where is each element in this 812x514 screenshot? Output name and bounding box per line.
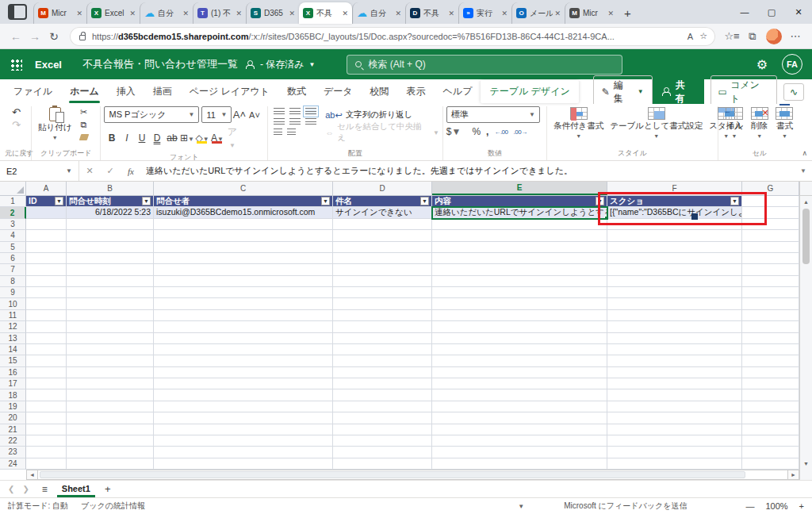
cell-B21[interactable] — [67, 424, 154, 435]
align-left-icon[interactable] — [274, 118, 285, 125]
cell-G15[interactable] — [742, 355, 799, 366]
column-header-F[interactable]: F — [607, 182, 742, 195]
cell-C4[interactable] — [154, 230, 333, 241]
cell-C21[interactable] — [154, 424, 333, 435]
cell-B5[interactable] — [67, 242, 154, 253]
cell-C18[interactable] — [154, 389, 333, 401]
column-header-B[interactable]: B — [67, 182, 154, 195]
cell-B15[interactable] — [67, 355, 154, 366]
align-top-icon[interactable] — [274, 108, 285, 115]
cell-F14[interactable] — [607, 344, 742, 355]
cell-E7[interactable] — [432, 264, 607, 275]
cell-C3[interactable] — [154, 219, 333, 230]
cell-B22[interactable] — [67, 435, 154, 447]
cell-G14[interactable] — [742, 344, 799, 355]
cell-E6[interactable] — [432, 253, 607, 264]
browser-menu-icon[interactable]: ⋯ — [785, 30, 806, 42]
column-header-A[interactable]: A — [26, 182, 67, 195]
filter-chevron-icon-F[interactable]: ▼ — [730, 197, 739, 205]
cell-E10[interactable] — [432, 298, 607, 309]
tab-close-icon[interactable]: ✕ — [448, 10, 454, 17]
browser-tab[interactable]: MMicr✕ — [33, 2, 86, 24]
cell-F2[interactable]: [{"name":"D365BCにサインインしようとするとエラ — [607, 207, 742, 218]
collections-icon[interactable]: ⧉ — [742, 30, 763, 43]
insert-function-icon[interactable]: fx — [121, 167, 141, 176]
cancel-icon[interactable]: ✕ — [79, 166, 100, 176]
filter-chevron-icon-A[interactable]: ▼ — [55, 197, 63, 205]
row-header-22[interactable]: 22 — [0, 435, 26, 447]
row-header-19[interactable]: 19 — [0, 401, 26, 412]
cell-D23[interactable] — [333, 447, 432, 458]
cell-A11[interactable] — [26, 310, 67, 321]
cell-F10[interactable] — [607, 298, 742, 309]
save-status-chevron-icon[interactable]: ▼ — [309, 61, 316, 68]
cell-G2[interactable] — [742, 207, 799, 218]
borders-icon[interactable]: ⊞▼ — [179, 132, 194, 144]
cell-F21[interactable] — [607, 424, 742, 435]
filter-chevron-icon-B[interactable]: ▼ — [142, 197, 151, 205]
browser-profile-avatar[interactable] — [766, 29, 782, 44]
format-painter-icon[interactable] — [79, 134, 89, 140]
cell-B18[interactable] — [67, 389, 154, 401]
cell-A2[interactable] — [26, 207, 67, 218]
cell-A12[interactable] — [26, 321, 67, 332]
cell-C11[interactable] — [154, 310, 333, 321]
cell-D15[interactable] — [333, 355, 432, 366]
cell-A16[interactable] — [26, 367, 67, 378]
browser-tab[interactable]: XExcel✕ — [86, 2, 140, 24]
row-header-10[interactable]: 10 — [0, 298, 26, 309]
row-header-5[interactable]: 5 — [0, 242, 26, 253]
app-launcher-icon[interactable] — [10, 58, 22, 71]
browser-tab[interactable]: D不具✕ — [405, 2, 458, 24]
cell-G19[interactable] — [742, 401, 799, 412]
cell-B12[interactable] — [67, 321, 154, 332]
ribbon-tab-ファイル[interactable]: ファイル — [5, 80, 61, 103]
percent-format-icon[interactable]: % — [472, 126, 481, 137]
cell-D4[interactable] — [333, 230, 432, 241]
vscroll-thumb[interactable] — [802, 209, 810, 264]
cell-A5[interactable] — [26, 242, 67, 253]
row-header-11[interactable]: 11 — [0, 310, 26, 321]
cell-B8[interactable] — [67, 276, 154, 287]
cell-A23[interactable] — [26, 447, 67, 458]
format-as-table-button[interactable]: テーブルとして書式設定 ▼ — [607, 106, 706, 140]
cell-A4[interactable] — [26, 230, 67, 241]
expand-formula-bar-icon[interactable]: ▼ — [795, 167, 812, 175]
collapse-ribbon-icon[interactable]: ∧ — [802, 149, 807, 157]
cell-E19[interactable] — [432, 401, 607, 412]
cell-G18[interactable] — [742, 389, 799, 401]
back-icon[interactable]: ← — [6, 30, 25, 43]
cell-C8[interactable] — [154, 276, 333, 287]
ribbon-tab-データ[interactable]: データ — [315, 80, 362, 103]
cell-D18[interactable] — [333, 389, 432, 401]
ribbon-tab-ホーム[interactable]: ホーム — [61, 80, 108, 103]
tab-close-icon[interactable]: ✕ — [554, 10, 561, 17]
forward-icon[interactable]: → — [25, 30, 44, 43]
cell-E21[interactable] — [432, 424, 607, 435]
cell-B10[interactable] — [67, 298, 154, 309]
formula-content[interactable]: 連絡いただいたURLでサインインしようとするとエラーになりました。先週まではサイ… — [141, 165, 795, 177]
cell-C1[interactable]: 問合せ者▼ — [154, 196, 333, 207]
cell-G23[interactable] — [742, 447, 799, 458]
cell-B24[interactable] — [67, 458, 154, 470]
cell-D10[interactable] — [333, 298, 432, 309]
bold-icon[interactable]: B — [104, 132, 119, 144]
cell-B17[interactable] — [67, 378, 154, 389]
cell-F1[interactable]: スクショ▼ — [607, 196, 742, 207]
row-header-6[interactable]: 6 — [0, 253, 26, 264]
cell-F9[interactable] — [607, 287, 742, 298]
row-header-4[interactable]: 4 — [0, 230, 26, 241]
cell-F7[interactable] — [607, 264, 742, 275]
ribbon-tab-テーブル デザイン[interactable]: テーブル デザイン — [481, 80, 578, 103]
cell-C7[interactable] — [154, 264, 333, 275]
increase-decimal-icon[interactable]: ←.00 — [494, 128, 508, 136]
cell-D21[interactable] — [333, 424, 432, 435]
cell-C23[interactable] — [154, 447, 333, 458]
cell-F11[interactable] — [607, 310, 742, 321]
browser-tab[interactable]: ☁自分✕ — [140, 2, 193, 24]
row-header-12[interactable]: 12 — [0, 321, 26, 332]
font-color-icon[interactable]: A▼ — [209, 132, 224, 144]
cell-G13[interactable] — [742, 333, 799, 344]
decrease-indent-icon[interactable] — [274, 128, 282, 136]
cell-E18[interactable] — [432, 389, 607, 401]
